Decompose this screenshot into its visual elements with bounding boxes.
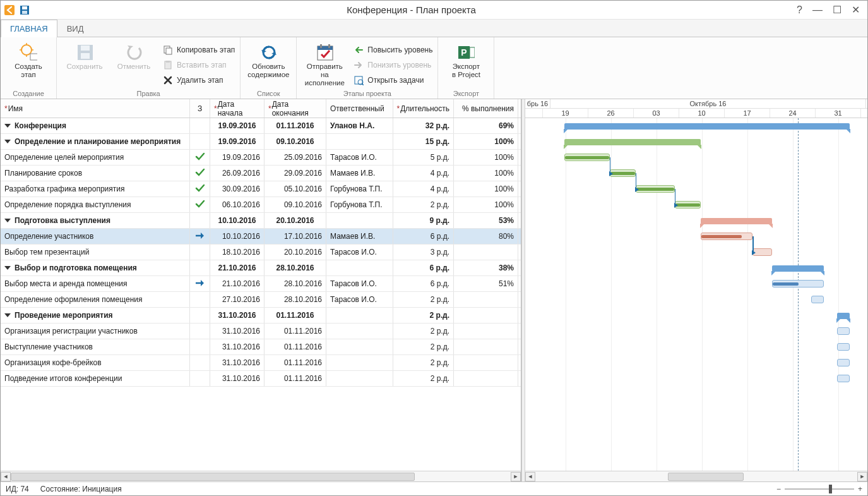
cell-name[interactable]: Определение участников [1, 229, 190, 244]
open-tasks-button[interactable]: Открыть задачи [354, 74, 432, 87]
cell-duration[interactable]: 15 р.д. [393, 134, 454, 149]
send-execute-button[interactable]: Отправить на исполнение [302, 42, 347, 88]
col-end[interactable]: Дата окончания [265, 99, 326, 118]
save-button[interactable]: Сохранить [62, 42, 107, 88]
cell-end[interactable]: 01.11.2016 [265, 355, 326, 370]
cell-end[interactable]: 28.10.2016 [265, 276, 326, 291]
cell-name[interactable]: Выбор тем презентаций [1, 245, 190, 260]
minimize-icon[interactable]: — [812, 5, 823, 15]
cell-percent[interactable]: 80% [454, 229, 518, 244]
cell-responsible[interactable] [326, 213, 393, 228]
tab-view[interactable]: ВИД [57, 20, 93, 37]
cell-percent[interactable] [454, 245, 518, 260]
cell-percent[interactable]: 100% [454, 181, 518, 197]
cell-start[interactable]: 06.10.2016 [210, 197, 265, 212]
tab-main[interactable]: ГЛАВНАЯ [1, 20, 57, 37]
delete-stage-button[interactable]: Удалить этап [163, 74, 235, 87]
cell-end[interactable]: 25.09.2016 [265, 150, 326, 165]
cell-name[interactable]: Выбор и подготовка помещения [1, 260, 190, 275]
cell-end[interactable]: 20.10.2016 [265, 213, 326, 228]
gantt-task-bar[interactable] [772, 280, 824, 287]
cell-duration[interactable]: 2 р.д. [393, 324, 454, 339]
cell-duration[interactable]: 4 р.д. [393, 181, 454, 197]
cell-start[interactable]: 21.10.2016 [210, 260, 265, 275]
cell-start[interactable]: 31.10.2016 [210, 308, 265, 323]
cell-percent[interactable]: 100% [454, 150, 518, 165]
cell-start[interactable]: 19.09.2016 [210, 150, 265, 165]
cell-name[interactable]: Подготовка выступления [1, 213, 190, 228]
expander-icon[interactable] [4, 140, 11, 143]
scroll-left-icon[interactable]: ◄ [1, 472, 11, 481]
help-icon[interactable]: ? [797, 5, 802, 15]
cell-name[interactable]: Конференция [1, 118, 190, 133]
gantt-task-bar[interactable] [636, 185, 675, 193]
task-row[interactable]: Определение порядка выступления06.10.201… [1, 197, 521, 213]
quick-save-icon[interactable] [18, 4, 31, 16]
gantt-task-bar[interactable] [675, 201, 701, 209]
cell-responsible[interactable]: Тарасов И.О. [326, 245, 393, 260]
col-status[interactable]: З [190, 99, 210, 118]
cell-end[interactable]: 01.11.2016 [265, 371, 326, 386]
cell-responsible[interactable] [326, 134, 393, 149]
cell-start[interactable]: 21.10.2016 [210, 276, 265, 291]
gantt-task-bar[interactable] [837, 327, 850, 335]
cell-percent[interactable]: 100% [454, 197, 518, 212]
cell-name[interactable]: Организация регистрации участников [1, 324, 190, 339]
cell-duration[interactable]: 6 р.д. [393, 229, 454, 244]
zoom-out-icon[interactable]: − [776, 485, 781, 493]
gantt-summary-bar[interactable] [564, 123, 850, 130]
cell-end[interactable]: 20.10.2016 [265, 245, 326, 260]
gantt-task-bar[interactable] [837, 343, 850, 351]
cell-duration[interactable]: 2 р.д. [393, 339, 454, 354]
cell-responsible[interactable] [326, 371, 393, 386]
cell-start[interactable]: 30.09.2016 [210, 181, 265, 197]
cell-responsible[interactable]: Горбунова Т.П. [326, 181, 393, 197]
cell-responsible[interactable]: Мамаев И.В. [326, 166, 393, 181]
app-icon[interactable] [3, 4, 16, 16]
cell-percent[interactable] [454, 292, 518, 307]
cell-end[interactable]: 01.11.2016 [265, 339, 326, 354]
create-stage-button[interactable]: Создать этап [6, 42, 51, 88]
cell-responsible[interactable]: Мамаев И.В. [326, 229, 393, 244]
cell-name[interactable]: Определение порядка выступления [1, 197, 190, 212]
zoom-in-icon[interactable]: + [858, 485, 862, 493]
cell-percent[interactable] [454, 339, 518, 354]
col-name[interactable]: Имя [1, 99, 190, 118]
demote-button[interactable]: Понизить уровень [354, 59, 432, 71]
gantt-task-bar[interactable] [811, 296, 824, 303]
cell-responsible[interactable]: Горбунова Т.П. [326, 197, 393, 212]
scroll-right-icon[interactable]: ► [511, 472, 521, 481]
cell-start[interactable]: 18.10.2016 [210, 245, 265, 260]
cell-percent[interactable] [454, 324, 518, 339]
gantt-hscroll[interactable]: ◄ ► [525, 471, 867, 481]
cell-name[interactable]: Определение и планирование мероприятия [1, 134, 190, 149]
cell-end[interactable]: 17.10.2016 [265, 229, 326, 244]
grid-hscroll[interactable]: ◄ ► [1, 471, 521, 481]
task-row[interactable]: Планирование сроков26.09.201629.09.2016М… [1, 166, 521, 181]
cell-responsible[interactable] [326, 260, 393, 275]
cell-duration[interactable]: 2 р.д. [393, 292, 454, 307]
grid-body[interactable]: Конференция19.09.201601.11.2016Уланов Н.… [1, 118, 521, 471]
cell-end[interactable]: 05.10.2016 [265, 181, 326, 197]
cell-start[interactable]: 19.09.2016 [210, 118, 265, 133]
gantt-task-bar[interactable] [701, 233, 752, 240]
task-row[interactable]: Выбор тем презентаций18.10.201620.10.201… [1, 245, 521, 260]
cell-start[interactable]: 31.10.2016 [210, 371, 265, 386]
task-row[interactable]: Определение целей мероприятия19.09.20162… [1, 150, 521, 166]
cell-duration[interactable]: 2 р.д. [393, 308, 454, 323]
cell-responsible[interactable] [326, 339, 393, 354]
promote-button[interactable]: Повысить уровень [354, 44, 432, 56]
zoom-slider[interactable]: − + [776, 485, 862, 493]
cell-end[interactable]: 01.11.2016 [265, 308, 326, 323]
cell-end[interactable]: 01.11.2016 [265, 118, 326, 133]
col-start[interactable]: Дата начала [210, 99, 265, 118]
cell-name[interactable]: Определение целей мероприятия [1, 150, 190, 165]
task-row[interactable]: Выступление участников31.10.201601.11.20… [1, 339, 521, 355]
cell-name[interactable]: Разработка графика мероприятия [1, 181, 190, 197]
cell-start[interactable]: 31.10.2016 [210, 339, 265, 354]
task-row[interactable]: Организация кофе-брейков31.10.201601.11.… [1, 355, 521, 371]
cell-name[interactable]: Планирование сроков [1, 166, 190, 181]
task-row[interactable]: Конференция19.09.201601.11.2016Уланов Н.… [1, 118, 521, 134]
cell-responsible[interactable]: Уланов Н.А. [326, 118, 393, 133]
scroll-left-icon[interactable]: ◄ [525, 472, 535, 481]
